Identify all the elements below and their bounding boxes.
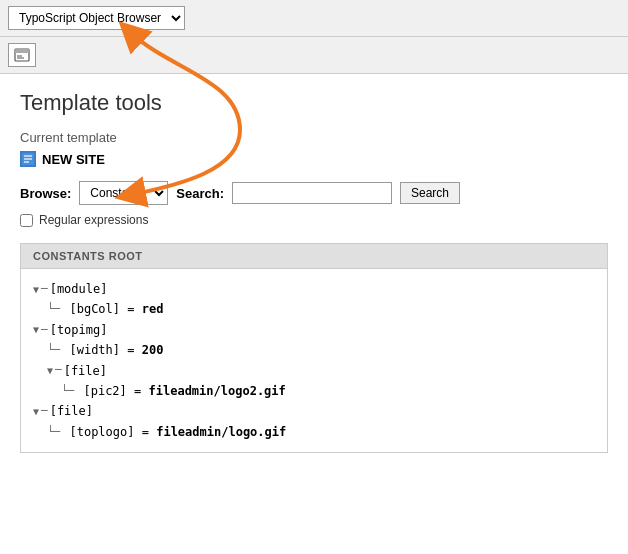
section-label: Current template xyxy=(20,130,608,145)
browse-select[interactable]: Constants Setup xyxy=(79,181,168,205)
svg-rect-1 xyxy=(15,49,29,53)
list-item: ▼ ─ [module] xyxy=(33,279,595,299)
tree-header: CONSTANTS ROOT xyxy=(21,244,607,269)
main-content: Template tools Current template NEW SITE… xyxy=(0,74,628,469)
tree-section: CONSTANTS ROOT ▼ ─ [module] └─ [bgCol] =… xyxy=(20,243,608,453)
list-item: └─ [bgCol] = red xyxy=(33,299,595,319)
template-row: NEW SITE xyxy=(20,151,608,167)
collapse-arrow-icon[interactable]: ▼ xyxy=(33,321,39,338)
collapse-arrow-icon[interactable]: ▼ xyxy=(33,281,39,298)
regex-checkbox[interactable] xyxy=(20,214,33,227)
search-button[interactable]: Search xyxy=(400,182,460,204)
list-item: ▼ ─ [file] xyxy=(33,361,595,381)
list-item: └─ [toplogo] = fileadmin/logo.gif xyxy=(33,422,595,442)
template-icon-button[interactable] xyxy=(8,43,36,67)
regex-label[interactable]: Regular expressions xyxy=(39,213,148,227)
collapse-arrow-icon[interactable]: ▼ xyxy=(47,362,53,379)
template-name: NEW SITE xyxy=(42,152,105,167)
browse-label: Browse: xyxy=(20,186,71,201)
list-item: ▼ ─ [file] xyxy=(33,401,595,421)
module-select[interactable]: TypoScript Object BrowserTemplate Analyz… xyxy=(8,6,185,30)
page-title: Template tools xyxy=(20,90,608,116)
collapse-arrow-icon[interactable]: ▼ xyxy=(33,403,39,420)
tree-body: ▼ ─ [module] └─ [bgCol] = red ▼ ─ [topim… xyxy=(21,269,607,452)
list-item: ▼ ─ [topimg] xyxy=(33,320,595,340)
template-file-icon xyxy=(20,151,36,167)
list-item: └─ [width] = 200 xyxy=(33,340,595,360)
toolbar-row xyxy=(0,37,628,74)
top-bar: TypoScript Object BrowserTemplate Analyz… xyxy=(0,0,628,37)
search-input[interactable] xyxy=(232,182,392,204)
search-label: Search: xyxy=(176,186,224,201)
browse-row: Browse: Constants Setup Search: Search xyxy=(20,181,608,205)
regex-checkbox-row: Regular expressions xyxy=(20,213,608,227)
list-item: └─ [pic2] = fileadmin/logo2.gif xyxy=(33,381,595,401)
